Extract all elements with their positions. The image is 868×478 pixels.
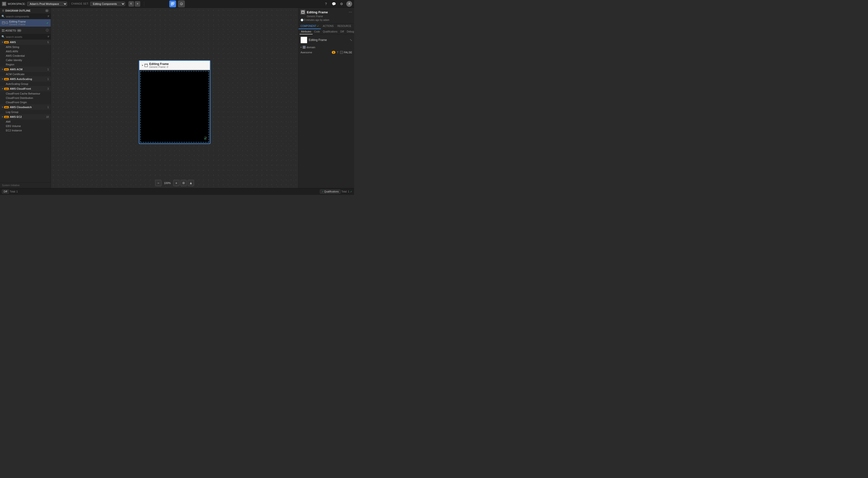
asset-group-cloudwatch[interactable]: ▾ aws AWS Cloudwatch 1 [0, 104, 51, 110]
tab-actions[interactable]: ACTIONS [321, 24, 335, 29]
settings-btn[interactable]: ⚙ [339, 1, 344, 7]
asset-group-ec2[interactable]: ▾ aws AWS EC2 18 [0, 114, 51, 120]
top-bar: WORKSPACE: Adam's Prod Workspace CHANGE … [0, 0, 354, 8]
zoom-download-btn[interactable] [188, 180, 194, 186]
acm-aws-logo: aws [4, 68, 9, 70]
acm-group-name: AWS ACM [10, 68, 46, 71]
svg-rect-25 [302, 11, 304, 13]
canvas-frame[interactable]: ▾ Editing Frame Generic Frame: 0 ✓ [139, 60, 211, 144]
asset-ec2-instance[interactable]: EC2 Instance [0, 128, 51, 133]
asset-group-cloudfront[interactable]: ▾ aws AWS CloudFront 3 [0, 86, 51, 91]
canvas-area[interactable]: ▾ Editing Frame Generic Frame: 0 ✓ − 100… [51, 8, 298, 188]
attributes-panel: Editing Frame ⤡ ▾ domain Awesome 1 T FAL… [299, 35, 354, 188]
user-avatar[interactable]: A [346, 1, 352, 7]
tab-component[interactable]: COMPONENT ✓ [299, 24, 321, 29]
changeset-action-btn-1[interactable]: K [128, 1, 134, 6]
right-secondary-tabs: Attributes Code Qualifications Diff Debu… [299, 29, 354, 35]
right-panel-more-btn[interactable]: ⋯ [349, 10, 352, 14]
asset-cf-origin[interactable]: CloudFront Origin [0, 100, 51, 104]
asset-autoscaling-group[interactable]: AutoScaling Group [0, 82, 51, 86]
assets-search-bar: 🔍 ⧩ [0, 34, 51, 39]
assets-header: ASSETS 83 ⓘ [0, 27, 51, 34]
outline-item-info: Editing Frame Generic Frame [9, 20, 26, 26]
right-panel-title-row: Editing Frame ⋯ [301, 10, 352, 14]
attr-awesome-row: Awesome 1 T FALSE [301, 50, 352, 55]
chat-btn[interactable]: 💬 [331, 1, 337, 7]
attr-section-domain-icon [303, 46, 306, 49]
help-btn[interactable]: ? [323, 1, 329, 7]
asset-aws-arn[interactable]: AWS ARN [0, 49, 51, 54]
attr-text-btn[interactable]: T [337, 51, 339, 54]
top-bar-right: ? 💬 ⚙ A [321, 1, 354, 7]
changeset-dropdown[interactable]: Editing Components [90, 2, 125, 6]
qualifications-btn[interactable]: ✓ Qualifications [320, 190, 341, 194]
zoom-fit-btn[interactable] [180, 180, 187, 186]
workspace-section: WORKSPACE: Adam's Prod Workspace [0, 2, 69, 6]
right-panel-header: Editing Frame ⋯ Generic Frame 🕐 8 minute… [299, 8, 354, 24]
svg-rect-20 [145, 64, 148, 67]
asset-arn-string[interactable]: ARN String [0, 45, 51, 49]
ec2-aws-logo: aws [4, 116, 9, 118]
assets-badge: 83 [17, 29, 22, 32]
main-layout: DIAGRAM OUTLINE 1 🔍 ⧩ [0, 8, 354, 188]
aws-logo: aws [4, 41, 9, 43]
frame-body: ✓ [141, 71, 209, 142]
asset-group-autoscaling[interactable]: ▾ aws AWS AutoScaling 1 [0, 76, 51, 82]
asset-group-aws[interactable]: ▾ aws AWS 5 [0, 39, 51, 45]
tab-attributes[interactable]: Attributes [300, 29, 313, 34]
asset-ami[interactable]: AMI [0, 120, 51, 124]
zoom-in-btn[interactable]: + [173, 180, 180, 186]
asset-aws-credential[interactable]: AWS Credential [0, 54, 51, 58]
outline-filter-btn[interactable]: ⧩ [47, 15, 49, 18]
asset-log-group[interactable]: Log Group [0, 110, 51, 114]
asset-region[interactable]: Region [0, 62, 51, 67]
tab-diff[interactable]: Diff [339, 29, 345, 34]
frame-icon-inner [5, 21, 8, 25]
attr-awesome-badge: 1 [332, 51, 335, 54]
list-view-btn[interactable] [178, 0, 185, 7]
left-panel: DIAGRAM OUTLINE 1 🔍 ⧩ [0, 8, 51, 188]
changeset-action-btn-2[interactable]: ✕ [135, 1, 140, 6]
zoom-level: 100% [162, 182, 172, 185]
asset-acm-certificate[interactable]: ACM Certificate [0, 72, 51, 76]
tab-qualifications[interactable]: Qualifications [321, 29, 339, 34]
attr-section-chevron-icon[interactable]: ▾ [301, 46, 302, 49]
outline-item-subtitle: Generic Frame [9, 23, 26, 26]
canvas-frame-title: Editing Frame [149, 62, 169, 66]
attr-checkbox[interactable] [340, 51, 343, 54]
tab-code[interactable]: Code [313, 29, 321, 34]
outline-item-editing-frame[interactable]: Editing Frame Generic Frame ✓ [0, 19, 51, 27]
ec2-count: 18 [46, 116, 49, 118]
right-panel-subtitle: Generic Frame [301, 15, 352, 18]
bottom-label: System Initiative [0, 182, 51, 188]
diff-btn[interactable]: Diff [2, 190, 9, 194]
asset-caller-identity[interactable]: Caller Identity [0, 58, 51, 62]
canvas-frame-subtitle: Generic Frame: 0 [149, 66, 169, 68]
assets-title: ASSETS [5, 29, 16, 32]
ec2-chevron-icon: ▾ [2, 116, 3, 118]
right-panel-meta: 🕐 8 minutes ago by adam [301, 18, 352, 21]
svg-rect-5 [173, 2, 174, 4]
assets-info-btn[interactable]: ⓘ [46, 28, 49, 32]
diagram-view-btn[interactable] [169, 0, 176, 7]
meta-icon: 🕐 [301, 19, 303, 21]
bottom-diff-item: Diff Total: 1 [2, 190, 18, 194]
assets-search-input[interactable] [6, 35, 46, 38]
workspace-label: WORKSPACE: [8, 2, 26, 5]
workspace-dropdown[interactable]: Adam's Prod Workspace [27, 2, 67, 6]
asset-cf-distribution[interactable]: CloudFront Distribution [0, 96, 51, 100]
attr-resize-icon[interactable]: ⤡ [350, 38, 352, 42]
tab-debug[interactable]: Debug [345, 29, 354, 34]
svg-rect-6 [171, 4, 173, 5]
qual-count-label: Total: 1 [341, 190, 349, 193]
zoom-out-btn[interactable]: − [155, 180, 161, 186]
assets-filter-btn[interactable]: ⧩ [47, 35, 49, 38]
tab-resource[interactable]: RESOURCE [335, 24, 353, 29]
svg-rect-15 [6, 22, 8, 24]
svg-rect-1 [4, 3, 5, 4]
asset-cf-cache[interactable]: CloudFront Cache Behaviour [0, 91, 51, 96]
attr-section-header: ▾ domain [301, 46, 352, 49]
asset-ebs-volume[interactable]: EBS Volume [0, 124, 51, 128]
components-search-input[interactable] [6, 15, 46, 18]
asset-group-acm[interactable]: ▾ aws AWS ACM 1 [0, 67, 51, 72]
